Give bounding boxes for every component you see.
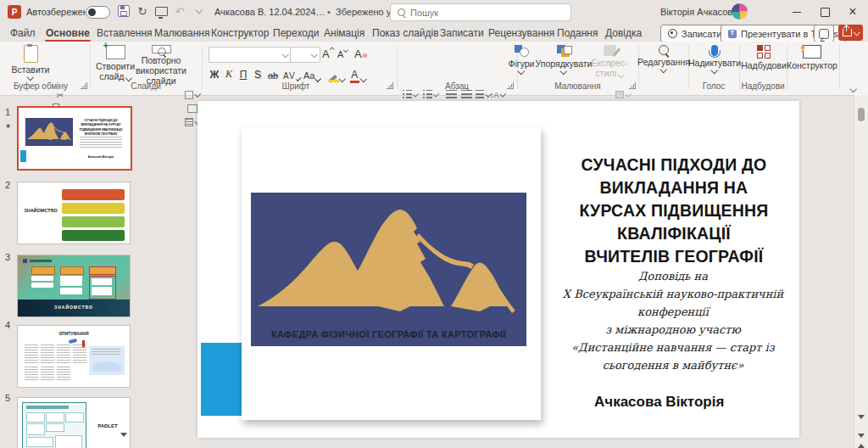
slide-subtitle[interactable]: Доповідь на X Всеукраїнській науково-пра… bbox=[539, 267, 807, 374]
vertical-scrollbar[interactable] bbox=[854, 95, 868, 448]
tab-help[interactable]: Довідка bbox=[604, 24, 643, 42]
quick-access-menu-icon[interactable] bbox=[192, 3, 207, 19]
record-button[interactable]: Записати bbox=[660, 25, 729, 42]
mini-card-header bbox=[60, 266, 84, 275]
quick-styles-icon bbox=[604, 45, 616, 56]
addins-button[interactable]: Надбудови bbox=[743, 45, 785, 86]
tab-insert[interactable]: Вставлення bbox=[95, 24, 154, 42]
bold-button[interactable]: Ж bbox=[209, 65, 220, 82]
font-dialog-launcher[interactable] bbox=[387, 82, 393, 89]
tab-record[interactable]: Записати bbox=[438, 24, 486, 42]
slide-blue-rectangle[interactable] bbox=[201, 343, 242, 416]
mini-author: Ачкасова Вікторія bbox=[81, 155, 120, 159]
dictate-button[interactable]: Надиктувати bbox=[692, 45, 737, 86]
account-name[interactable]: Вікторія Ачкасова bbox=[660, 7, 737, 17]
strikethrough-button[interactable]: ab bbox=[266, 65, 280, 82]
share-button[interactable] bbox=[838, 25, 863, 41]
avatar[interactable] bbox=[732, 3, 748, 20]
thumbnail-slide-2[interactable]: ЗНАЙОМСТВО bbox=[17, 182, 131, 244]
clear-formatting-button[interactable]: A bbox=[354, 48, 367, 60]
paste-button[interactable]: Вставити bbox=[10, 45, 51, 86]
character-spacing-button[interactable]: AV bbox=[283, 65, 300, 82]
undo-icon[interactable]: ↶ bbox=[172, 3, 187, 19]
microphone-icon bbox=[711, 45, 718, 56]
mini-card bbox=[60, 288, 82, 294]
collapse-ribbon-icon[interactable] bbox=[851, 82, 856, 92]
next-slide-icon[interactable] bbox=[858, 438, 865, 448]
tab-animations[interactable]: Анімація bbox=[322, 24, 366, 42]
save-icon[interactable] bbox=[116, 3, 131, 19]
tab-slideshow[interactable]: Показ слайдів bbox=[370, 24, 441, 42]
present-icon[interactable] bbox=[153, 3, 169, 19]
arrange-button[interactable]: Упорядкувати bbox=[539, 45, 588, 86]
mini-label: ОПИТУВАННЯ bbox=[18, 331, 130, 336]
tab-transitions[interactable]: Переходи bbox=[271, 24, 320, 42]
thumbnail-scroll-down-icon[interactable] bbox=[120, 437, 127, 448]
share-icon bbox=[843, 29, 852, 36]
highlight-color-button[interactable] bbox=[327, 65, 346, 82]
clipboard-group-label: Буфер обміну bbox=[0, 81, 81, 91]
slides-group-label: Слайди bbox=[90, 81, 202, 91]
tab-review[interactable]: Рецензування bbox=[487, 24, 556, 42]
mini-card-outlined bbox=[89, 276, 116, 300]
italic-button[interactable]: К bbox=[223, 65, 235, 82]
paragraph-group-label: Абзац bbox=[397, 81, 517, 91]
logo-caption: КАФЕДРА ФІЗИЧНОЇ ГЕОГРАФІЇ ТА КАРТОГРАФІ… bbox=[251, 329, 526, 339]
thumbnail-slide-3[interactable]: ЗНАЙОМСТВО bbox=[17, 255, 131, 317]
font-color-button[interactable]: A bbox=[349, 65, 368, 82]
thumbnail-slide-1[interactable]: СУЧАСНІ ПІДХОДИ ДО ВИКЛАДАННЯ НА КУРСАХ … bbox=[17, 106, 132, 171]
slide-photo-card[interactable]: КАФЕДРА ФІЗИЧНОЇ ГЕОГРАФІЇ ТА КАРТОГРАФІ… bbox=[242, 127, 541, 420]
thumbnail-slide-4[interactable]: ОПИТУВАННЯ bbox=[17, 325, 131, 388]
arrange-icon bbox=[557, 45, 570, 57]
clipboard-dialog-launcher[interactable] bbox=[81, 82, 87, 89]
mini-text-col bbox=[57, 344, 70, 363]
mini-bar-green bbox=[62, 216, 125, 227]
tab-file[interactable]: Файл bbox=[8, 24, 37, 42]
mini-subtitle-lines bbox=[80, 137, 122, 148]
designer-icon bbox=[803, 45, 821, 59]
mini-card-header bbox=[31, 266, 55, 275]
change-case-button[interactable]: Aa bbox=[303, 65, 320, 82]
tab-design[interactable]: Конструктор bbox=[209, 24, 270, 42]
quick-styles-button[interactable]: Експрес-стилі bbox=[590, 45, 629, 86]
new-slide-button[interactable]: Створитислайд bbox=[95, 45, 136, 86]
underline-button[interactable]: П bbox=[237, 65, 249, 82]
paste-icon bbox=[24, 45, 38, 63]
font-group-label: Шрифт bbox=[202, 81, 390, 91]
grow-font-button[interactable]: A bbox=[322, 48, 334, 60]
minimize-button[interactable] bbox=[784, 0, 810, 24]
slide-title[interactable]: СУЧАСНІ ПІДХОДИ ДО ВИКЛАДАННЯ НА КУРСАХ … bbox=[547, 154, 801, 268]
document-title[interactable]: Ачкасова В. 12.04.2024… bbox=[214, 7, 325, 17]
tab-home[interactable]: Основне bbox=[44, 24, 92, 42]
tab-view[interactable]: Подання bbox=[555, 24, 599, 42]
ribbon: Вставити ✂ Буфер обміну Створитислайд По… bbox=[0, 42, 868, 96]
close-button[interactable]: × bbox=[840, 0, 865, 24]
mini-bar-darkgreen bbox=[62, 230, 125, 241]
mini-text-col bbox=[25, 344, 38, 363]
text-shadow-button[interactable]: S bbox=[252, 65, 264, 82]
powerpoint-app-icon[interactable]: P bbox=[8, 5, 21, 19]
slide-canvas[interactable]: КАФЕДРА ФІЗИЧНОЇ ГЕОГРАФІЇ ТА КАРТОГРАФІ… bbox=[198, 101, 799, 438]
mini-label: PADLET bbox=[89, 423, 126, 428]
autosave-toggle[interactable] bbox=[86, 6, 110, 19]
comments-button[interactable] bbox=[814, 25, 834, 42]
editing-button[interactable]: Редагування bbox=[641, 45, 687, 86]
drawing-dialog-launcher[interactable] bbox=[629, 82, 636, 89]
shrink-font-button[interactable]: A bbox=[337, 49, 348, 59]
designer-button[interactable]: Конструктор bbox=[788, 45, 836, 86]
mini-blue-rect bbox=[20, 150, 26, 162]
reuse-slides-button[interactable]: Повторновикористати слайди bbox=[134, 45, 188, 86]
thumbnail-slide-5[interactable]: PADLET bbox=[17, 397, 131, 448]
reuse-slides-icon bbox=[152, 45, 171, 53]
shapes-button[interactable]: Фігури bbox=[504, 45, 539, 86]
search-box[interactable]: Пошук bbox=[390, 3, 571, 21]
scrollbar-thumb[interactable] bbox=[858, 108, 865, 121]
redo-circle-icon[interactable]: ↻ bbox=[135, 3, 150, 19]
maximize-button[interactable] bbox=[812, 0, 837, 24]
font-name-combo[interactable] bbox=[209, 47, 292, 63]
font-size-combo[interactable] bbox=[290, 47, 320, 63]
mini-text-col bbox=[41, 367, 54, 380]
group-separator bbox=[839, 45, 840, 89]
tab-draw[interactable]: Малювання bbox=[153, 24, 211, 42]
slide-author[interactable]: Ачкасова Вікторія bbox=[594, 394, 724, 411]
